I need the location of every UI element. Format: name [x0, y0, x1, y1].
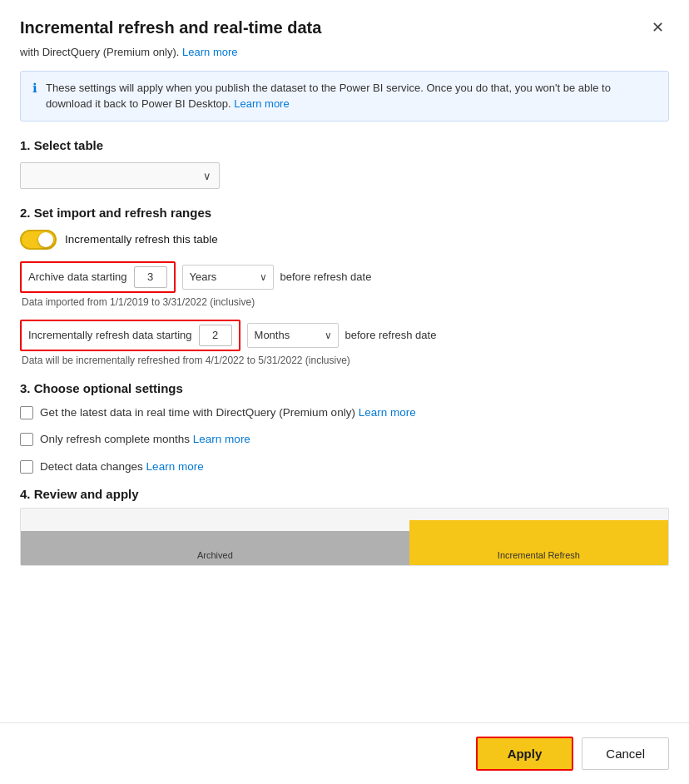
complete-months-checkbox[interactable] — [20, 433, 33, 446]
realtime-checkbox[interactable] — [20, 406, 33, 419]
toggle-label: Incrementally refresh this table — [65, 233, 218, 246]
detect-changes-checkbox[interactable] — [20, 460, 33, 474]
dialog-title: Incremental refresh and real-time data — [20, 18, 321, 37]
info-text: These settings will apply when you publi… — [46, 80, 657, 112]
chart-incremental-bar: Incremental Refresh — [409, 520, 668, 565]
dialog-footer: Apply Cancel — [0, 722, 689, 784]
realtime-label: Get the latest data in real time with Di… — [40, 405, 416, 421]
dialog-header: Incremental refresh and real-time data ✕ — [0, 0, 689, 44]
archive-unit-wrapper: Days Weeks Months Years — [182, 265, 274, 290]
apply-button[interactable]: Apply — [476, 737, 574, 771]
realtime-learn-more[interactable]: Learn more — [359, 406, 416, 419]
section4-label: 4. Review and apply — [20, 487, 669, 501]
toggle-knob — [38, 232, 53, 247]
header-learn-more-link[interactable]: Learn more — [182, 46, 237, 58]
chart-archived-bar: Archived — [21, 531, 409, 565]
cancel-button[interactable]: Cancel — [582, 737, 669, 770]
close-button[interactable]: ✕ — [647, 18, 669, 37]
incremental-value-input[interactable] — [199, 325, 232, 346]
table-select-row: Table1 Table2 — [20, 162, 669, 189]
checkbox-realtime-row: Get the latest data in real time with Di… — [20, 405, 669, 421]
description-prefix: with DirectQuery (Premium only). — [20, 46, 179, 58]
archive-suffix: before refresh date — [280, 270, 372, 283]
detect-changes-learn-more[interactable]: Learn more — [146, 460, 204, 473]
archive-unit-select[interactable]: Days Weeks Months Years — [182, 265, 274, 290]
incremental-range-box: Incrementally refresh data starting — [20, 320, 240, 351]
archive-value-input[interactable] — [134, 266, 167, 288]
info-learn-more-link[interactable]: Learn more — [234, 97, 289, 110]
complete-months-label: Only refresh complete months Learn more — [40, 432, 250, 448]
incremental-unit-select[interactable]: Days Weeks Months Years — [247, 323, 339, 348]
incremental-note: Data will be incrementally refreshed fro… — [22, 355, 669, 366]
detect-changes-label: Detect data changes Learn more — [40, 459, 204, 475]
chart-area: Archived Incremental Refresh — [20, 508, 669, 566]
section2-label: 2. Set import and refresh ranges — [20, 206, 669, 220]
archive-range-box: Archive data starting — [20, 261, 176, 293]
complete-months-learn-more[interactable]: Learn more — [193, 433, 250, 445]
archive-row-full: Archive data starting Days Weeks Months … — [20, 261, 669, 293]
table-select-wrapper: Table1 Table2 — [20, 162, 220, 189]
chart-incremental-label: Incremental Refresh — [493, 550, 585, 565]
checkbox-detect-row: Detect data changes Learn more — [20, 459, 669, 475]
toggle-switch[interactable] — [20, 230, 57, 250]
top-description: with DirectQuery (Premium only). Learn m… — [20, 44, 669, 61]
checkbox-months-row: Only refresh complete months Learn more — [20, 432, 669, 448]
archive-label: Archive data starting — [28, 270, 127, 283]
archive-note: Data imported from 1/1/2019 to 3/31/2022… — [22, 296, 669, 308]
incremental-suffix: before refresh date — [345, 329, 437, 341]
incremental-unit-wrapper: Days Weeks Months Years — [247, 323, 339, 348]
section3-label: 3. Choose optional settings — [20, 381, 669, 395]
dialog: Incremental refresh and real-time data ✕… — [0, 0, 689, 784]
dialog-body: with DirectQuery (Premium only). Learn m… — [0, 44, 689, 722]
chart-archived-label: Archived — [192, 550, 238, 565]
toggle-row: Incrementally refresh this table — [20, 230, 669, 250]
table-select[interactable]: Table1 Table2 — [20, 162, 220, 189]
info-icon: ℹ — [32, 81, 37, 96]
section1-label: 1. Select table — [20, 138, 669, 152]
incremental-row-full: Incrementally refresh data starting Days… — [20, 320, 669, 351]
incremental-label: Incrementally refresh data starting — [28, 329, 192, 341]
info-box: ℹ These settings will apply when you pub… — [20, 71, 669, 122]
optional-section: Get the latest data in real time with Di… — [20, 405, 669, 476]
